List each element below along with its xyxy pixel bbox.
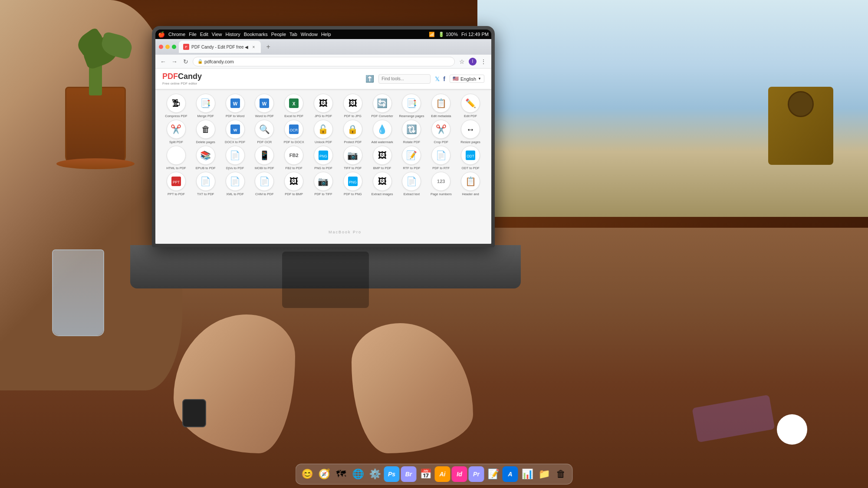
tab-close-button[interactable]: × [250,44,256,50]
tool-pdf-to-rtf[interactable]: 📄 PDF to RTF [427,146,455,170]
tool-edit-pdf[interactable]: ✏️ Edit PDF [457,94,484,118]
search-input[interactable] [378,74,431,84]
dock-icon-app-store[interactable]: A [503,466,518,482]
close-button[interactable] [159,45,163,49]
tool-txt-to-pdf[interactable]: 📄 TXT to PDF [192,172,220,196]
tool-pdf-to-docx[interactable]: OCR PDF to DOCX [280,120,308,144]
tool-bmp-to-pdf[interactable]: 🖼 BMP to PDF [368,146,396,170]
tool-label-excel-to-pdf: Excel to PDF [284,114,303,118]
tool-png-to-pdf[interactable]: PNG PNG to PDF [309,146,337,170]
tool-xml-to-pdf[interactable]: 📄 XML to PDF [221,172,249,196]
dock-icon-folder[interactable]: 📁 [536,466,552,482]
dock-icon-bridge[interactable]: Br [401,466,417,482]
tool-label-html-to-pdf: HTML to PDF [166,166,186,170]
new-tab-button[interactable]: + [263,43,273,51]
back-button[interactable]: ← [159,57,168,66]
dock-icon-indesign[interactable]: Id [452,466,467,482]
tool-page-numbers[interactable]: 123 Page numbers [427,172,455,196]
tool-pdf-to-png[interactable]: PNG PDF to PNG [339,172,367,196]
tool-html-to-pdf[interactable]: HTML to PDF [162,146,190,170]
dock-icon-trash[interactable]: 🗑 [553,466,569,482]
minimize-button[interactable] [165,45,170,49]
tool-rtf-to-pdf[interactable]: 📝 RTF to PDF [398,146,426,170]
tool-tiff-to-pdf[interactable]: 📷 TIFF to PDF [339,146,367,170]
apple-menu-icon[interactable]: 🍎 [158,31,165,38]
tool-crop-pdf[interactable]: ✂️ Crop PDF [427,120,455,144]
tool-ppt-to-pdf[interactable]: PPT PPT to PDF [162,172,190,196]
dock-icon-premiere[interactable]: Pr [469,466,484,482]
menu-file[interactable]: File [189,32,197,37]
tool-icon-merge-pdf: 📑 [196,94,215,113]
menu-view[interactable]: View [212,32,222,37]
tool-excel-to-pdf[interactable]: X Excel to PDF [280,94,308,118]
tool-icon-edit-pdf: ✏️ [461,94,480,113]
tool-rearrange-pages[interactable]: 📑 Rearrange pages [398,94,426,118]
tool-docx-to-pdf[interactable]: W DOCX to PDF [221,120,249,144]
facebook-icon[interactable]: f [443,75,445,82]
tool-edit-metadata[interactable]: 📋 Edit metadata [427,94,455,118]
tool-mobi-to-pdf[interactable]: 📱 MOBI to PDF [250,146,278,170]
menu-bookmarks[interactable]: Bookmarks [244,32,268,37]
tool-pdf-to-bmp[interactable]: 🖼 PDF to BMP [280,172,308,196]
pdfcandy-logo[interactable]: PDF Candy Free online PDF editor [162,72,202,85]
tool-extract-images[interactable]: 🖼 Extract images [368,172,396,196]
maximize-button[interactable] [172,45,176,49]
tool-word-to-pdf[interactable]: W Word to PDF [250,94,278,118]
dock-icon-chrome[interactable]: 🌐 [350,466,366,482]
tool-rotate-pdf[interactable]: 🔃 Rotate PDF [398,120,426,144]
tool-protect-pdf[interactable]: 🔒 Protect PDF [339,120,367,144]
tool-resize-pages[interactable]: ↔️ Resize pages [457,120,484,144]
chrome-browser: P PDF Candy - Edit PDF free ◀ × + ← → ↻ … [155,39,491,244]
menu-tab[interactable]: Tab [289,32,297,37]
tool-epub-to-pdf[interactable]: 📚 EPUB to PDF [192,146,220,170]
tool-pdf-to-tiff[interactable]: 📷 PDF to TIFF [309,172,337,196]
dock-icon-notes[interactable]: 📝 [486,466,501,482]
menu-people[interactable]: People [271,32,286,37]
menu-button[interactable]: ⋮ [479,57,488,66]
tool-extract-text[interactable]: 📄 Extract text [398,172,426,196]
tool-jpg-to-pdf[interactable]: 🖼 JPG to PDF [309,94,337,118]
tool-merge-pdf[interactable]: 📑 Merge PDF [192,94,220,118]
twitter-icon[interactable]: 𝕏 [435,75,440,82]
forward-button[interactable]: → [170,57,179,66]
tool-split-pdf[interactable]: ✂️ Split PDF [162,120,190,144]
menu-chrome[interactable]: Chrome [168,32,185,37]
tool-icon-rotate-pdf: 🔃 [402,120,421,139]
tool-icon-pdf-converter: 🔄 [373,94,392,113]
upload-icon[interactable]: ⬆️ [365,75,374,83]
tool-chm-to-pdf[interactable]: 📄 CHM to PDF [250,172,278,196]
profile-button[interactable]: I [469,58,477,66]
dock-icon-finder[interactable]: 😊 [299,466,315,482]
menu-window[interactable]: Window [301,32,318,37]
address-bar[interactable]: 🔒 pdfcandy.com [193,57,455,66]
tool-unlock-pdf[interactable]: 🔓 Unlock PDF [309,120,337,144]
reload-button[interactable]: ↻ [181,57,190,66]
tool-pdf-to-jpg[interactable]: 🖼 PDF to JPG [339,94,367,118]
tool-add-watermark[interactable]: 💧 Add watermark [368,120,396,144]
tool-pdf-to-word[interactable]: W PDF to Word [221,94,249,118]
tool-pdf-ocr[interactable]: 🔍 PDF OCR [250,120,278,144]
dock-icon-safari[interactable]: 🧭 [316,466,332,482]
menu-history[interactable]: History [225,32,240,37]
bookmark-button[interactable]: ☆ [457,57,466,66]
dock-icon-calendar[interactable]: 📅 [418,466,434,482]
dock-icon-activity-monitor[interactable]: 📊 [519,466,535,482]
tool-icon-chm-to-pdf: 📄 [255,172,274,191]
tool-header-and[interactable]: 📋 Header and [457,172,484,196]
tool-delete-pages[interactable]: 🗑 Delete pages [192,120,220,144]
tool-pdf-converter[interactable]: 🔄 PDF Converter [368,94,396,118]
dock-icon-maps[interactable]: 🗺 [333,466,349,482]
tool-djvu-to-pdf[interactable]: 📄 DjVu to PDF [221,146,249,170]
menu-help[interactable]: Help [321,32,331,37]
tool-compress-pdf[interactable]: 🗜 Compress PDF [162,94,190,118]
dock-icon-photoshop[interactable]: Ps [384,466,400,482]
active-tab[interactable]: P PDF Candy - Edit PDF free ◀ × [179,41,261,53]
dock-icon-system-prefs[interactable]: ⚙️ [367,466,383,482]
language-selector[interactable]: 🇺🇸 English ▼ [450,75,484,83]
tool-fb2-to-pdf[interactable]: FB2 FB2 to PDF [280,146,308,170]
tool-odt-to-pdf[interactable]: ODT ODT to PDF [457,146,484,170]
dock-icon-illustrator[interactable]: Ai [435,466,450,482]
menu-edit[interactable]: Edit [200,32,208,37]
tool-label-split-pdf: Split PDF [169,140,183,144]
tool-icon-png-to-pdf: PNG [314,146,333,165]
